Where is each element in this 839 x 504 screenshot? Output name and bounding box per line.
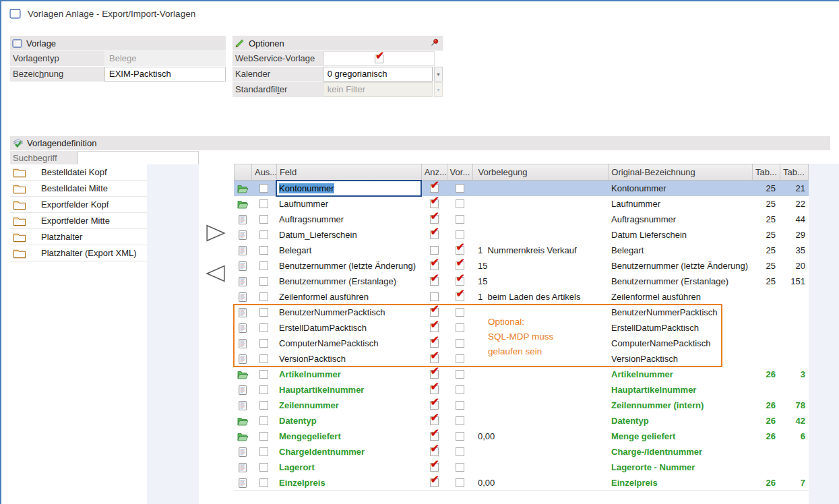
column-header-tabellenfeld[interactable]: Tab...	[780, 164, 809, 181]
table-row[interactable]: Hauptartikelnummer ✔ Hauptartikelnummer	[234, 382, 809, 398]
column-header-icon[interactable]	[235, 164, 252, 181]
aus-checkbox[interactable]	[259, 416, 268, 425]
folder-item[interactable]: Bestelldatei Mitte	[10, 181, 147, 197]
feld-cell[interactable]: VersionPacktisch	[276, 351, 421, 367]
bezeichnung-input[interactable]: EXIM-Packtisch	[104, 67, 226, 82]
anz-checkbox[interactable]: ✔	[430, 478, 439, 487]
folder-item[interactable]: Platzhalter (Export XML)	[10, 245, 147, 261]
anz-checkbox[interactable]	[430, 292, 439, 301]
feld-cell[interactable]: ErstellDatumPacktisch	[276, 320, 421, 336]
anz-checkbox[interactable]: ✔	[430, 354, 439, 363]
pin-button[interactable]	[430, 38, 439, 49]
kalender-select[interactable]: 0 gregorianisch	[323, 67, 433, 82]
aus-checkbox[interactable]	[259, 463, 268, 472]
vor-checkbox[interactable]: ✔	[456, 277, 464, 286]
feld-cell[interactable]: ComputerNamePacktisch	[276, 336, 421, 351]
anz-checkbox[interactable]: ✔	[430, 308, 439, 317]
aus-checkbox[interactable]	[259, 478, 268, 487]
vor-checkbox[interactable]	[456, 230, 464, 239]
table-row[interactable]: Artikelnummer ✔ Artikelnummer 26 3	[234, 367, 809, 382]
folder-item[interactable]: Exportfelder Mitte	[10, 213, 147, 229]
feld-cell[interactable]: Einzelpreis	[276, 475, 421, 491]
column-header-tabelle[interactable]: Tab...	[753, 164, 780, 181]
feld-cell[interactable]: Benutzernummer (letzte Änderung)	[276, 258, 421, 274]
webservice-checkbox[interactable]: ✔	[375, 55, 383, 63]
vor-checkbox[interactable]	[456, 339, 464, 348]
anz-checkbox[interactable]	[430, 246, 439, 255]
aus-checkbox[interactable]	[259, 385, 268, 394]
aus-checkbox[interactable]	[259, 370, 268, 379]
vor-checkbox[interactable]	[456, 323, 464, 332]
feld-cell[interactable]: Kontonummer	[276, 181, 421, 196]
table-row[interactable]: Einzelpreis ✔ 0,00 Einzelpreis 26 7	[234, 475, 809, 491]
table-row[interactable]: Lagerort ✔ Lagerorte - Nummer	[234, 460, 809, 475]
table-row[interactable]: Datentyp ✔ Datentyp 26 42	[234, 413, 809, 429]
aus-checkbox[interactable]	[259, 277, 268, 286]
anz-checkbox[interactable]: ✔	[430, 199, 439, 208]
vor-checkbox[interactable]	[456, 308, 464, 317]
vor-checkbox[interactable]	[456, 199, 464, 208]
vorbelegung-cell[interactable]	[472, 444, 609, 460]
anz-checkbox[interactable]: ✔	[430, 230, 439, 239]
feld-cell[interactable]: Zeilenformel ausführen	[276, 289, 421, 305]
anz-checkbox[interactable]: ✔	[430, 432, 439, 441]
vor-checkbox[interactable]	[456, 447, 464, 456]
aus-checkbox[interactable]	[259, 339, 268, 348]
kalender-dropdown-button[interactable]: ▼	[434, 67, 443, 82]
column-header-vor[interactable]: Vor...	[447, 164, 473, 181]
anz-checkbox[interactable]: ✔	[430, 215, 439, 224]
column-header-original-bezeichnung[interactable]: Original-Bezeichnung	[609, 164, 753, 181]
vor-checkbox[interactable]	[456, 463, 464, 472]
field-edit-box[interactable]: Kontonummer	[276, 180, 422, 197]
anz-checkbox[interactable]: ✔	[430, 370, 439, 379]
vorbelegung-cell[interactable]	[472, 367, 609, 382]
vorbelegung-cell[interactable]: 0,00	[472, 475, 609, 491]
vor-checkbox[interactable]	[456, 478, 464, 487]
column-header-anz[interactable]: Anz...	[422, 164, 447, 181]
vor-checkbox[interactable]	[456, 385, 464, 394]
vorbelegung-cell[interactable]	[472, 398, 609, 413]
move-right-button[interactable]	[204, 224, 227, 243]
table-row[interactable]: Zeilenformel ausführen ✔ 1 beim Laden de…	[234, 289, 809, 305]
aus-checkbox[interactable]	[259, 432, 268, 441]
feld-cell[interactable]: ChargeIdentnummer	[276, 444, 421, 460]
feld-cell[interactable]: Datentyp	[276, 413, 421, 429]
vorbelegung-cell[interactable]: 15	[472, 274, 609, 289]
vorbelegung-cell[interactable]: 1 beim Laden des Artikels	[472, 289, 609, 305]
folder-item[interactable]: Bestelldatei Kopf	[10, 164, 147, 181]
aus-checkbox[interactable]	[259, 323, 268, 332]
aus-checkbox[interactable]	[259, 261, 268, 270]
vorbelegung-cell[interactable]	[472, 212, 609, 227]
vor-checkbox[interactable]	[456, 432, 464, 441]
aus-checkbox[interactable]	[259, 447, 268, 456]
aus-checkbox[interactable]	[259, 230, 268, 239]
table-row[interactable]: Benutzernummer (letzte Änderung) ✔ ✔ 15 …	[234, 258, 809, 274]
vor-checkbox[interactable]: ✔	[456, 292, 464, 301]
vor-checkbox[interactable]	[456, 416, 464, 425]
column-header-feld[interactable]: Feld	[277, 164, 422, 181]
anz-checkbox[interactable]: ✔	[430, 416, 439, 425]
move-left-button[interactable]	[204, 265, 227, 284]
vor-checkbox[interactable]	[456, 401, 464, 410]
folder-item[interactable]: Platzhalter	[10, 229, 147, 245]
feld-cell[interactable]: Benutzernummer (Erstanlage)	[276, 274, 421, 289]
anz-checkbox[interactable]: ✔	[430, 385, 439, 394]
vorbelegung-cell[interactable]	[472, 196, 609, 212]
anz-checkbox[interactable]: ✔	[430, 447, 439, 456]
table-row[interactable]: Kontonummer ✔ Kontonummer 25 21	[234, 181, 809, 196]
feld-cell[interactable]: Artikelnummer	[276, 367, 421, 382]
vor-checkbox[interactable]	[456, 354, 464, 363]
feld-cell[interactable]: Lagerort	[276, 460, 421, 475]
table-row[interactable]: Belegart ✔ 1 Nummernkreis Verkauf Belega…	[234, 243, 809, 258]
anz-checkbox[interactable]: ✔	[430, 277, 439, 286]
aus-checkbox[interactable]	[259, 184, 268, 193]
anz-checkbox[interactable]: ✔	[430, 184, 439, 193]
aus-checkbox[interactable]	[259, 354, 268, 363]
vor-checkbox[interactable]	[456, 370, 464, 379]
aus-checkbox[interactable]	[259, 308, 268, 317]
folder-item[interactable]: Exportfelder Kopf	[10, 197, 147, 213]
vorbelegung-cell[interactable]	[472, 413, 609, 429]
aus-checkbox[interactable]	[259, 292, 268, 301]
feld-cell[interactable]: Zeilennummer	[276, 398, 421, 413]
column-header-vorbelegung[interactable]: Vorbelegung	[473, 164, 609, 181]
